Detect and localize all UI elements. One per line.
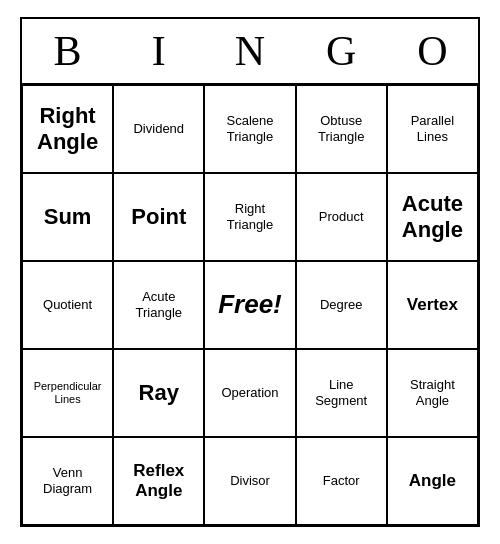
bingo-cell[interactable]: Free! [204,261,295,349]
bingo-cell[interactable]: ScaleneTriangle [204,85,295,173]
bingo-cell[interactable]: VennDiagram [22,437,113,525]
cell-text: ParallelLines [411,113,454,144]
bingo-cell[interactable]: Angle [387,437,478,525]
bingo-cell[interactable]: Sum [22,173,113,261]
bingo-grid: RightAngleDividendScaleneTriangleObtuseT… [22,85,478,525]
cell-text: ReflexAngle [133,461,184,502]
bingo-cell[interactable]: RightTriangle [204,173,295,261]
cell-text: Angle [409,471,456,491]
cell-text: Vertex [407,295,458,315]
bingo-cell[interactable]: StraightAngle [387,349,478,437]
bingo-letter: O [387,19,478,83]
bingo-cell[interactable]: ReflexAngle [113,437,204,525]
cell-text: Point [131,204,186,230]
cell-text: Free! [218,289,282,320]
bingo-letter: G [296,19,387,83]
bingo-cell[interactable]: Point [113,173,204,261]
bingo-cell[interactable]: Quotient [22,261,113,349]
bingo-cell[interactable]: Ray [113,349,204,437]
bingo-cell[interactable]: RightAngle [22,85,113,173]
bingo-cell[interactable]: PerpendicularLines [22,349,113,437]
cell-text: Factor [323,473,360,489]
cell-text: AcuteTriangle [136,289,182,320]
cell-text: Quotient [43,297,92,313]
cell-text: Divisor [230,473,270,489]
bingo-letter: I [113,19,204,83]
cell-text: StraightAngle [410,377,455,408]
bingo-cell[interactable]: ParallelLines [387,85,478,173]
cell-text: VennDiagram [43,465,92,496]
cell-text: Ray [139,380,179,406]
cell-text: Sum [44,204,92,230]
bingo-cell[interactable]: Divisor [204,437,295,525]
cell-text: Operation [221,385,278,401]
bingo-cell[interactable]: Dividend [113,85,204,173]
bingo-cell[interactable]: LineSegment [296,349,387,437]
cell-text: Dividend [133,121,184,137]
bingo-header: BINGO [22,19,478,85]
bingo-cell[interactable]: ObtuseTriangle [296,85,387,173]
cell-text: AcuteAngle [402,191,463,244]
bingo-cell[interactable]: Vertex [387,261,478,349]
bingo-cell[interactable]: Factor [296,437,387,525]
bingo-cell[interactable]: AcuteTriangle [113,261,204,349]
cell-text: RightAngle [37,103,98,156]
bingo-card: BINGO RightAngleDividendScaleneTriangleO… [20,17,480,527]
bingo-cell[interactable]: Product [296,173,387,261]
bingo-letter: B [22,19,113,83]
bingo-letter: N [204,19,295,83]
cell-text: LineSegment [315,377,367,408]
cell-text: Product [319,209,364,225]
cell-text: Degree [320,297,363,313]
bingo-cell[interactable]: Degree [296,261,387,349]
bingo-cell[interactable]: AcuteAngle [387,173,478,261]
cell-text: PerpendicularLines [34,380,102,406]
cell-text: ObtuseTriangle [318,113,364,144]
bingo-cell[interactable]: Operation [204,349,295,437]
cell-text: ScaleneTriangle [227,113,274,144]
cell-text: RightTriangle [227,201,273,232]
